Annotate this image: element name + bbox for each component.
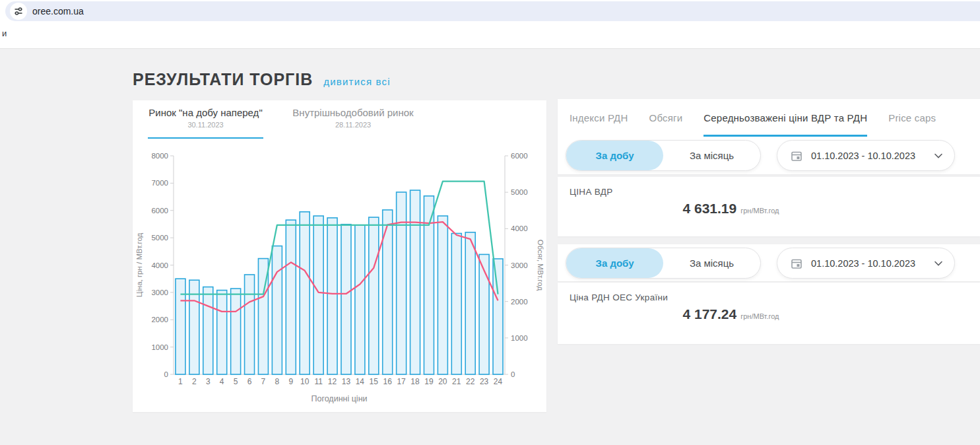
- x-tick-label: 3: [206, 377, 211, 386]
- market-tabs: Ринок "на добу наперед" 30.11.2023 Внутр…: [133, 100, 546, 139]
- x-tick-label: 7: [261, 377, 266, 386]
- bar: [397, 192, 407, 374]
- period-day-button[interactable]: За добу: [566, 248, 663, 278]
- x-tick-label: 1: [178, 377, 183, 386]
- tab-rdn-indices[interactable]: Індекси РДН: [570, 99, 628, 137]
- hourly-prices-chart: 0100020003000400050006000700080000100020…: [133, 139, 546, 412]
- url-text: oree.com.ua: [32, 1, 84, 21]
- x-tick-label: 23: [480, 377, 489, 386]
- metric-value: 4 631.19: [682, 201, 736, 216]
- left-tick-label: 4000: [151, 261, 168, 269]
- left-tick-label: 5000: [151, 234, 168, 242]
- x-tick-label: 17: [397, 377, 406, 386]
- bar: [451, 234, 461, 374]
- x-tick-label: 16: [383, 377, 393, 386]
- x-tick-label: 18: [410, 377, 420, 386]
- period-toggle-2: За добу За місяць: [566, 248, 761, 279]
- bar: [479, 254, 489, 374]
- tab-date: 28.11.2023: [287, 121, 419, 129]
- x-tick-label: 8: [275, 377, 280, 386]
- rdn-price-card: Ціна РДН ОЕС України 4 177.24грн/МВт.год: [558, 283, 980, 344]
- x-tick-label: 11: [314, 377, 323, 386]
- right-tick-label: 2000: [511, 298, 528, 306]
- period-day-button[interactable]: За добу: [566, 141, 663, 170]
- period-month-button[interactable]: За місяць: [663, 248, 760, 278]
- site-settings-button[interactable]: [10, 3, 27, 20]
- tab-weighted-avg-prices[interactable]: Середньозважені ціни ВДР та РДН: [703, 99, 867, 137]
- tab-date: 30.11.2023: [148, 121, 263, 129]
- x-tick-label: 6: [247, 377, 252, 386]
- indices-tabs: Індекси РДН Обсяги Середньозважені ціни …: [558, 99, 980, 137]
- right-tick-label: 1000: [511, 334, 528, 342]
- x-tick-label: 13: [342, 377, 351, 386]
- tab-label: Внутрішньодобовий ринок: [287, 107, 419, 118]
- left-axis-title: Ціна, грн / МВт.год: [135, 232, 143, 297]
- metric-label: Ціна РДН ОЕС України: [570, 292, 668, 302]
- period-toggle-1: За добу За місяць: [566, 140, 761, 171]
- metric-value-row: 4 631.19грн/МВт.год: [558, 201, 904, 217]
- x-tick-label: 5: [234, 377, 238, 386]
- metric-unit: грн/МВт.год: [740, 207, 779, 215]
- view-all-link[interactable]: дивитися всі: [323, 76, 391, 87]
- screen: oree.com.ua и РЕЗУЛЬТАТИ ТОРГІВ дивитися…: [0, 0, 980, 445]
- bar: [465, 232, 475, 374]
- tab-day-ahead-market[interactable]: Ринок "на добу наперед" 30.11.2023: [148, 100, 263, 139]
- x-tick-label: 19: [424, 377, 434, 386]
- bar: [355, 225, 365, 374]
- right-tick-label: 4000: [511, 224, 528, 232]
- browser-topbar: oree.com.ua: [0, 0, 980, 22]
- right-tick-label: 6000: [511, 152, 528, 160]
- bar: [369, 217, 379, 374]
- bar: [341, 224, 351, 374]
- x-tick-label: 14: [356, 377, 365, 386]
- controls-block-2: За добу За місяць 01.10.2023 - 10.10.202…: [558, 244, 980, 281]
- right-tick-label: 0: [511, 370, 515, 378]
- left-tick-label: 3000: [151, 289, 168, 296]
- address-bar[interactable]: oree.com.ua: [5, 1, 980, 21]
- calendar-icon: [791, 150, 802, 162]
- metric-value: 4 177.24: [682, 306, 736, 322]
- bar: [231, 289, 241, 374]
- right-tick-label: 3000: [511, 261, 528, 269]
- x-tick-label: 9: [288, 377, 293, 386]
- bar: [286, 220, 296, 374]
- tab-volumes[interactable]: Обсяги: [649, 99, 683, 137]
- controls-row-1: За добу За місяць 01.10.2023 - 10.10.202…: [558, 137, 980, 174]
- x-tick-label: 20: [438, 377, 447, 386]
- x-tick-label: 2: [192, 377, 197, 386]
- x-axis-title: Погодинні ціни: [311, 394, 367, 403]
- right-tick-label: 5000: [511, 188, 528, 196]
- bar: [438, 216, 447, 374]
- bar: [327, 218, 337, 374]
- left-tick-label: 7000: [151, 179, 168, 187]
- bar: [272, 246, 282, 374]
- period-month-button[interactable]: За місяць: [663, 141, 760, 170]
- bar: [300, 212, 310, 374]
- date-range-picker-1[interactable]: 01.10.2023 - 10.10.2023: [777, 140, 955, 171]
- chevron-down-icon: [934, 153, 942, 158]
- chevron-down-icon: [934, 261, 942, 266]
- date-range-text: 01.10.2023 - 10.10.2023: [811, 151, 915, 161]
- x-tick-label: 12: [328, 377, 337, 386]
- x-tick-label: 4: [220, 377, 224, 386]
- tab-intraday-market[interactable]: Внутрішньодобовий ринок 28.11.2023: [287, 100, 419, 139]
- left-tick-label: 1000: [151, 343, 168, 351]
- metric-label: ЦІНА ВДР: [570, 187, 613, 197]
- bar: [493, 259, 503, 374]
- date-range-picker-2[interactable]: 01.10.2023 - 10.10.2023: [777, 248, 955, 279]
- metric-unit: грн/МВт.год: [740, 312, 779, 320]
- bar: [313, 216, 323, 374]
- date-range-text: 01.10.2023 - 10.10.2023: [811, 258, 915, 269]
- price-line: [180, 222, 498, 312]
- x-tick-label: 22: [466, 377, 475, 386]
- page-title-row: РЕЗУЛЬТАТИ ТОРГІВ дивитися всі: [133, 70, 391, 89]
- right-axis-title: Обсяг, МВт.год: [537, 240, 544, 291]
- trading-results-card: Ринок "на добу наперед" 30.11.2023 Внутр…: [133, 100, 546, 412]
- suggestion-row[interactable]: и: [0, 22, 980, 48]
- tab-price-caps[interactable]: Price caps: [888, 99, 936, 137]
- left-tick-label: 8000: [151, 152, 168, 160]
- bar: [245, 275, 255, 374]
- x-tick-label: 10: [300, 377, 310, 386]
- left-tick-label: 6000: [151, 207, 168, 215]
- suggestion-text: и: [2, 28, 7, 38]
